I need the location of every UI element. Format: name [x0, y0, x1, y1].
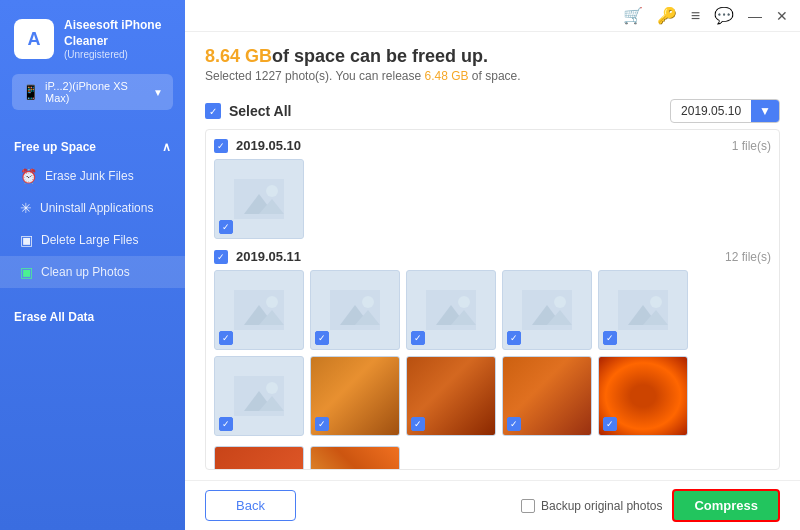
group1-date: 2019.05.10	[236, 138, 301, 153]
select-all-row: ✓ Select All 2019.05.10 ▼	[205, 99, 780, 123]
title-bar: 🛒 🔑 ≡ 💬 — ✕	[185, 0, 800, 32]
section-title-free-up: Free up Space ∧	[0, 134, 185, 160]
photo-thumb-partial-1[interactable]: ✓	[214, 446, 304, 470]
photo-thumb[interactable]: ✓	[214, 159, 304, 239]
sidebar-item-erase-all[interactable]: Erase All Data	[0, 296, 185, 330]
clock-icon: ⏰	[20, 168, 37, 184]
photo-checkbox[interactable]: ✓	[315, 417, 329, 431]
select-all-label: Select All	[229, 103, 292, 119]
photo-thumb[interactable]: ✓	[214, 270, 304, 350]
menu-icon[interactable]: ≡	[691, 7, 700, 25]
subtitle-text: Selected 1227 photo(s). You can release	[205, 69, 425, 83]
group1-photo-grid: ✓	[214, 159, 771, 239]
bottom-right: Backup original photos Compress	[521, 489, 780, 522]
backup-check: Backup original photos	[521, 499, 662, 513]
date-group-left-1: ✓ 2019.05.10	[214, 138, 301, 153]
photo-thumb-food-2[interactable]: ✓	[406, 356, 496, 436]
backup-checkbox[interactable]	[521, 499, 535, 513]
device-selector[interactable]: 📱 iP...2)(iPhone XS Max) ▼	[12, 74, 173, 110]
photo-checkbox[interactable]: ✓	[411, 417, 425, 431]
sidebar: A Aiseesoft iPhone Cleaner (Unregistered…	[0, 0, 185, 530]
select-all-left: ✓ Select All	[205, 103, 292, 119]
photo-thumb-food-1[interactable]: ✓	[310, 356, 400, 436]
date-group-2: ✓ 2019.05.11 12 file(s)	[214, 249, 771, 436]
space-subtitle: Selected 1227 photo(s). You can release …	[205, 69, 780, 83]
partial-photo-grid: ✓	[214, 446, 771, 470]
device-selector-left: 📱 iP...2)(iPhone XS Max)	[22, 80, 153, 104]
photo-checkbox[interactable]: ✓	[507, 417, 521, 431]
minimize-icon[interactable]: —	[748, 8, 762, 24]
photo-scroll-area[interactable]: ✓ 2019.05.10 1 file(s)	[205, 129, 780, 470]
photo-checkbox[interactable]: ✓	[315, 331, 329, 345]
sidebar-header: A Aiseesoft iPhone Cleaner (Unregistered…	[0, 0, 185, 74]
sidebar-item-label: Erase Junk Files	[45, 169, 134, 183]
date-group-partial: ✓	[214, 446, 771, 470]
apps-icon: ✳	[20, 200, 32, 216]
sidebar-item-label: Delete Large Files	[41, 233, 138, 247]
group2-date: 2019.05.11	[236, 249, 301, 264]
mountain-icon	[234, 179, 284, 219]
date-group-header-2: ✓ 2019.05.11 12 file(s)	[214, 249, 771, 264]
sidebar-item-erase-junk[interactable]: ⏰ Erase Junk Files	[0, 160, 185, 192]
photo-thumb-food-3[interactable]: ✓	[502, 356, 592, 436]
space-text: of space can be freed up.	[272, 46, 488, 66]
close-icon[interactable]: ✕	[776, 8, 788, 24]
sidebar-item-label: Clean up Photos	[41, 265, 130, 279]
date-arrow-icon[interactable]: ▼	[751, 100, 779, 122]
photo-thumb-partial-2[interactable]	[310, 446, 400, 470]
photo-checkbox[interactable]: ✓	[507, 331, 521, 345]
photo-checkbox[interactable]: ✓	[411, 331, 425, 345]
sidebar-item-clean-photos[interactable]: ▣ Clean up Photos	[0, 256, 185, 288]
svg-point-7	[266, 296, 278, 308]
sidebar-item-label: Uninstall Applications	[40, 201, 153, 215]
photo-thumb[interactable]: ✓	[598, 270, 688, 350]
chevron-up-icon: ∧	[162, 140, 171, 154]
release-amount: 6.48 GB	[425, 69, 469, 83]
key-icon[interactable]: 🔑	[657, 6, 677, 25]
back-button[interactable]: Back	[205, 490, 296, 521]
group2-checkbox[interactable]: ✓	[214, 250, 228, 264]
mountain-icon	[234, 376, 284, 416]
photo-thumb[interactable]: ✓	[406, 270, 496, 350]
date-group-1: ✓ 2019.05.10 1 file(s)	[214, 138, 771, 239]
sidebar-item-uninstall[interactable]: ✳ Uninstall Applications	[0, 192, 185, 224]
photo-thumb-food-4[interactable]: ✓	[598, 356, 688, 436]
group1-count: 1 file(s)	[732, 139, 771, 153]
app-logo: A	[14, 19, 54, 59]
space-info: 8.64 GBof space can be freed up. Selecte…	[205, 46, 780, 83]
photo-thumb[interactable]: ✓	[310, 270, 400, 350]
photo-checkbox[interactable]: ✓	[219, 220, 233, 234]
main-content: 🛒 🔑 ≡ 💬 — ✕ 8.64 GBof space can be freed…	[185, 0, 800, 530]
date-dropdown[interactable]: 2019.05.10 ▼	[670, 99, 780, 123]
compress-button[interactable]: Compress	[672, 489, 780, 522]
space-title: 8.64 GBof space can be freed up.	[205, 46, 780, 67]
photo-checkbox[interactable]: ✓	[603, 331, 617, 345]
photo-checkbox[interactable]: ✓	[219, 417, 233, 431]
date-group-header-1: ✓ 2019.05.10 1 file(s)	[214, 138, 771, 153]
mountain-icon	[618, 290, 668, 330]
photo-checkbox[interactable]: ✓	[219, 331, 233, 345]
svg-point-23	[650, 296, 662, 308]
photo-thumb[interactable]: ✓	[502, 270, 592, 350]
app-subtitle: (Unregistered)	[64, 49, 171, 60]
group1-checkbox[interactable]: ✓	[214, 139, 228, 153]
select-all-checkbox[interactable]: ✓	[205, 103, 221, 119]
subtitle-end: of space.	[469, 69, 521, 83]
logo-char: A	[28, 29, 41, 50]
group2-photo-grid: ✓ ✓	[214, 270, 771, 436]
mountain-icon	[234, 290, 284, 330]
photo-checkbox[interactable]: ✓	[603, 417, 617, 431]
date-group-left-2: ✓ 2019.05.11	[214, 249, 301, 264]
photo-thumb[interactable]: ✓	[214, 356, 304, 436]
chat-icon[interactable]: 💬	[714, 6, 734, 25]
svg-point-15	[458, 296, 470, 308]
app-info: Aiseesoft iPhone Cleaner (Unregistered)	[64, 18, 171, 60]
file-icon: ▣	[20, 232, 33, 248]
mountain-icon	[426, 290, 476, 330]
mountain-icon	[522, 290, 572, 330]
bottom-bar: Back Backup original photos Compress	[185, 480, 800, 530]
backup-label: Backup original photos	[541, 499, 662, 513]
mountain-icon	[330, 290, 380, 330]
cart-icon[interactable]: 🛒	[623, 6, 643, 25]
sidebar-item-delete-large[interactable]: ▣ Delete Large Files	[0, 224, 185, 256]
